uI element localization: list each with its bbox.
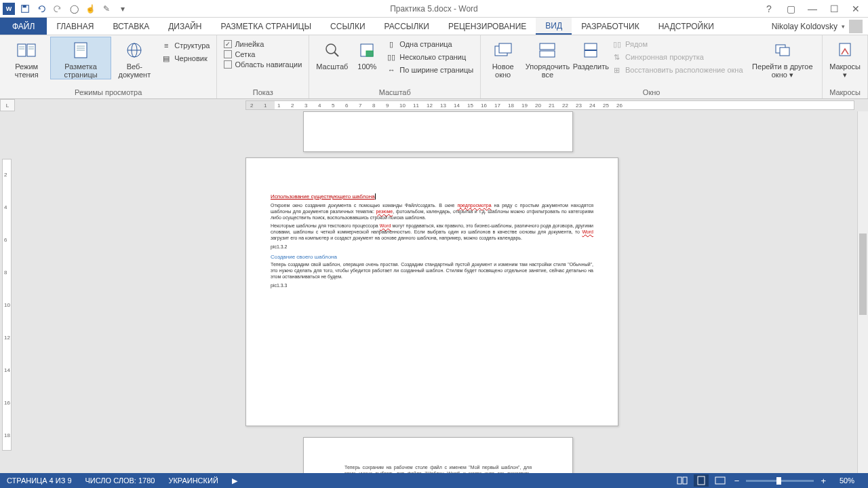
doc-paragraph: Некоторые шаблоны для текстового процесс… (271, 223, 593, 241)
ruler-corner[interactable]: L (0, 99, 15, 111)
side-by-side-icon: ▯▯ (612, 39, 623, 50)
qat-icon-1[interactable]: ◯ (68, 3, 80, 15)
qat-customize-icon[interactable]: ▾ (117, 3, 129, 15)
tab-file[interactable]: ФАЙЛ (0, 18, 47, 35)
ribbon-tabs: ФАЙЛ ГЛАВНАЯ ВСТАВКА ДИЗАЙН РАЗМЕТКА СТР… (0, 18, 868, 35)
svg-rect-20 (499, 43, 511, 53)
ruler-checkbox[interactable]: ✓Линейка (221, 39, 304, 49)
page-current[interactable]: Использование существующего шаблона Откр… (245, 157, 618, 426)
group-zoom: Масштаб 100% ▯Одна страница ▯▯Несколько … (309, 35, 481, 98)
multi-page-icon: ▯▯ (386, 52, 397, 62)
zoom-icon (321, 39, 343, 61)
zoom-button[interactable]: Масштаб (313, 37, 351, 71)
minimize-icon[interactable]: — (806, 2, 819, 16)
zoom-in-button[interactable]: + (818, 476, 829, 486)
user-name[interactable]: Nikolay Koldovsky (772, 22, 837, 31)
redo-icon[interactable] (52, 3, 64, 15)
svg-rect-1 (23, 5, 26, 7)
draft-icon: ▤ (161, 53, 172, 64)
doc-paragraph: Теперь создадим свой шаблон, операция оч… (271, 262, 593, 280)
status-language[interactable]: УКРАИНСКИЙ (161, 476, 224, 485)
view-print-icon[interactable] (694, 474, 709, 487)
switch-windows-button[interactable]: Перейти в другое окно ▾ (747, 37, 818, 79)
outline-button[interactable]: ≡Структура (158, 39, 212, 52)
tab-references[interactable]: ССЫЛКИ (321, 18, 374, 35)
print-layout-button[interactable]: Разметка страницы (50, 37, 111, 79)
vertical-ruler[interactable]: 24681012141618 (0, 111, 15, 473)
doc-heading-1: Использование существующего шаблона (271, 193, 593, 200)
ruler-row: L 21123456789101112131415161718192021222… (0, 99, 868, 111)
tab-mailings[interactable]: РАССЫЛКИ (375, 18, 439, 35)
page-width-button[interactable]: ↔По ширине страницы (383, 64, 476, 76)
print-layout-icon (70, 39, 92, 61)
macros-icon (834, 39, 856, 61)
status-bar: СТРАНИЦА 4 ИЗ 9 ЧИСЛО СЛОВ: 1780 УКРАИНС… (0, 473, 868, 488)
tab-addins[interactable]: НАДСТРОЙКИ (649, 18, 724, 35)
zoom-100-icon (356, 39, 378, 61)
outline-icon: ≡ (161, 40, 172, 51)
document-pages[interactable]: Использование существующего шаблона Откр… (15, 111, 868, 473)
tab-review[interactable]: РЕЦЕНЗИРОВАНИЕ (439, 18, 536, 35)
word-app-icon: W (3, 3, 15, 15)
svg-rect-2 (18, 44, 26, 56)
touch-mode-icon[interactable]: ☝ (84, 3, 96, 15)
doc-heading-2: Создание своего шаблона (271, 254, 593, 261)
scrollbar-thumb[interactable] (859, 233, 867, 315)
read-mode-button[interactable]: Режим чтения (4, 37, 49, 79)
one-page-button[interactable]: ▯Одна страница (383, 38, 476, 50)
split-button[interactable]: Разделить (574, 37, 608, 71)
zoom-slider-thumb[interactable] (776, 477, 781, 485)
new-window-button[interactable]: Новое окно (485, 37, 521, 79)
user-dropdown-icon[interactable]: ▾ (842, 23, 845, 30)
status-macro-icon[interactable]: ▶ (225, 476, 244, 485)
zoom-level[interactable]: 50% (833, 476, 861, 485)
side-by-side-button[interactable]: ▯▯Рядом (609, 38, 746, 50)
svg-rect-18 (366, 51, 373, 56)
vertical-scrollbar[interactable] (857, 111, 868, 473)
maximize-icon[interactable]: ☐ (827, 2, 841, 16)
horizontal-ruler[interactable]: 2112345678910111213141516171819202122232… (15, 99, 868, 111)
view-web-icon[interactable] (713, 474, 728, 487)
multi-page-button[interactable]: ▯▯Несколько страниц (383, 51, 476, 63)
close-icon[interactable]: ✕ (849, 2, 863, 16)
tab-layout[interactable]: РАЗМЕТКА СТРАНИЦЫ (212, 18, 321, 35)
reset-position-button[interactable]: ⊞Восстановить расположение окна (609, 64, 746, 76)
doc-paragraph: Теперь сохраним на рабочем столе файл с … (344, 465, 532, 473)
grid-checkbox[interactable]: Сетка (221, 50, 304, 59)
arrange-all-button[interactable]: Упорядочить все (522, 37, 573, 79)
svg-rect-28 (677, 477, 682, 484)
tab-design[interactable]: ДИЗАЙН (159, 18, 211, 35)
zoom-out-button[interactable]: − (732, 476, 743, 486)
status-page[interactable]: СТРАНИЦА 4 ИЗ 9 (0, 476, 79, 485)
draft-button[interactable]: ▤Черновик (158, 52, 212, 64)
web-layout-icon (123, 39, 145, 61)
group-views-label: Режимы просмотра (4, 87, 212, 98)
view-read-icon[interactable] (675, 474, 690, 487)
zoom-slider[interactable] (746, 480, 814, 482)
save-icon[interactable] (19, 3, 31, 15)
web-layout-button[interactable]: Веб-документ (113, 37, 157, 79)
macros-button[interactable]: Макросы▾ (827, 37, 863, 79)
avatar[interactable] (849, 20, 863, 33)
group-views: Режим чтения Разметка страницы Веб-докум… (0, 35, 217, 98)
tab-insert[interactable]: ВСТАВКА (103, 18, 159, 35)
ribbon-options-icon[interactable]: ▢ (784, 2, 797, 16)
document-area: 24681012141618 Использование существующе… (0, 111, 868, 473)
page-width-icon: ↔ (386, 64, 397, 75)
tab-view[interactable]: ВИД (536, 18, 572, 35)
group-show-label: Показ (221, 87, 304, 98)
help-icon[interactable]: ? (762, 2, 776, 16)
svg-rect-30 (698, 476, 705, 485)
nav-pane-checkbox[interactable]: Область навигации (221, 60, 304, 69)
zoom-100-button[interactable]: 100% (352, 37, 382, 71)
sync-scroll-button[interactable]: ⇅Синхронная прокрутка (609, 51, 746, 63)
svg-point-15 (326, 44, 336, 54)
tab-home[interactable]: ГЛАВНАЯ (47, 18, 103, 35)
status-words[interactable]: ЧИСЛО СЛОВ: 1780 (79, 476, 162, 485)
tab-developer[interactable]: РАЗРАБОТЧИК (572, 18, 649, 35)
qat-brush-icon[interactable]: ✎ (100, 3, 113, 15)
undo-icon[interactable] (35, 3, 47, 15)
svg-line-16 (334, 52, 338, 56)
group-macros: Макросы▾ Макросы (823, 35, 868, 98)
window-title: Практика 5.docx - Word (390, 4, 478, 14)
